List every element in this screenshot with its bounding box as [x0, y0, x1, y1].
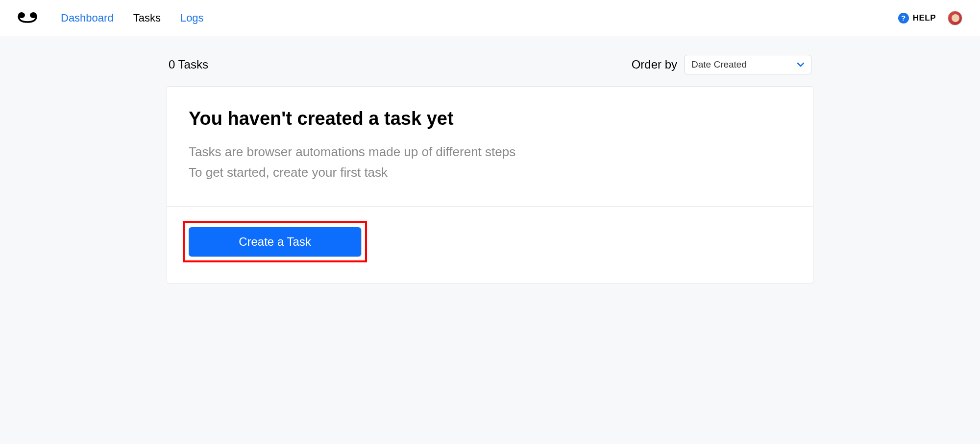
order-by-label: Order by — [632, 58, 677, 71]
logo[interactable] — [18, 12, 37, 24]
highlight-annotation: Create a Task — [183, 221, 367, 262]
empty-state-line2: To get started, create your first task — [189, 163, 791, 183]
header-left: Dashboard Tasks Logs — [18, 12, 204, 24]
nav-dashboard[interactable]: Dashboard — [61, 12, 114, 24]
help-label: HELP — [913, 13, 936, 23]
card-footer: Create a Task — [167, 207, 813, 283]
order-by: Order by Date Created — [632, 55, 811, 74]
empty-state-line1: Tasks are browser automations made up of… — [189, 142, 791, 163]
help-link[interactable]: ? HELP — [898, 13, 936, 23]
empty-state-card: You haven't created a task yet Tasks are… — [167, 86, 813, 283]
order-by-select[interactable]: Date Created — [684, 55, 811, 74]
content: 0 Tasks Order by Date Created You haven'… — [167, 36, 813, 283]
dog-nose-icon — [18, 12, 37, 24]
nav-logs[interactable]: Logs — [180, 12, 204, 24]
order-by-value: Date Created — [691, 59, 747, 70]
main-nav: Dashboard Tasks Logs — [61, 12, 204, 24]
card-body: You haven't created a task yet Tasks are… — [167, 87, 813, 207]
toolbar: 0 Tasks Order by Date Created — [167, 55, 813, 74]
help-icon: ? — [898, 13, 909, 23]
create-task-button[interactable]: Create a Task — [189, 227, 361, 257]
avatar[interactable] — [948, 11, 962, 25]
header-right: ? HELP — [898, 11, 962, 25]
empty-state-title: You haven't created a task yet — [189, 108, 791, 129]
header: Dashboard Tasks Logs ? HELP — [0, 0, 980, 36]
chevron-down-icon — [797, 61, 804, 69]
task-count: 0 Tasks — [169, 58, 208, 71]
nav-tasks[interactable]: Tasks — [133, 12, 161, 24]
